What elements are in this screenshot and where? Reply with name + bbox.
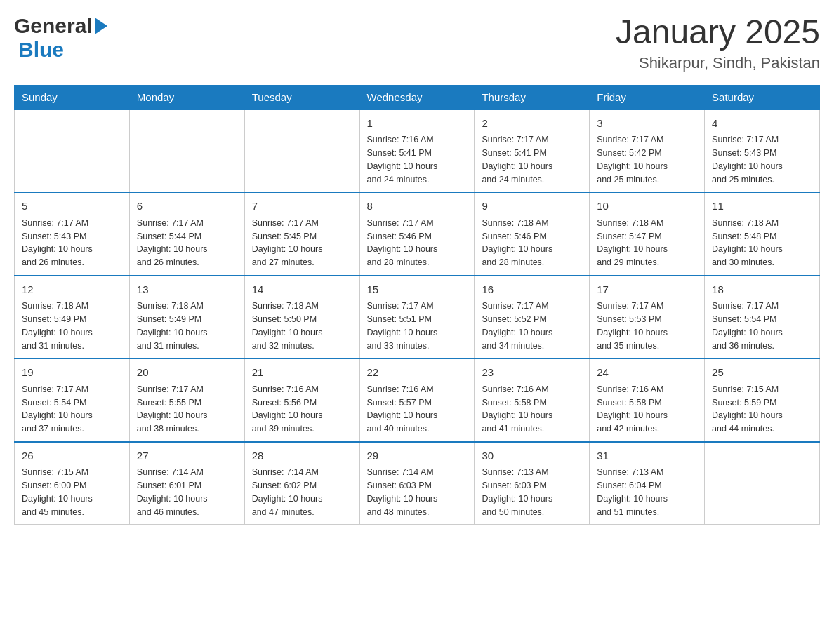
day-info: Sunrise: 7:17 AM Sunset: 5:42 PM Dayligh… bbox=[597, 133, 697, 186]
day-info: Sunrise: 7:17 AM Sunset: 5:53 PM Dayligh… bbox=[597, 300, 697, 352]
calendar-week-row: 26Sunrise: 7:15 AM Sunset: 6:00 PM Dayli… bbox=[15, 442, 820, 525]
calendar-table: SundayMondayTuesdayWednesdayThursdayFrid… bbox=[14, 85, 820, 525]
calendar-cell: 6Sunrise: 7:17 AM Sunset: 5:44 PM Daylig… bbox=[129, 192, 244, 276]
calendar-cell: 13Sunrise: 7:18 AM Sunset: 5:49 PM Dayli… bbox=[129, 276, 244, 359]
calendar-cell: 20Sunrise: 7:17 AM Sunset: 5:55 PM Dayli… bbox=[129, 358, 244, 442]
day-info: Sunrise: 7:15 AM Sunset: 6:00 PM Dayligh… bbox=[22, 466, 122, 518]
day-number: 20 bbox=[137, 365, 237, 381]
day-number: 16 bbox=[482, 282, 582, 298]
calendar-week-row: 19Sunrise: 7:17 AM Sunset: 5:54 PM Dayli… bbox=[15, 358, 820, 442]
calendar-cell: 2Sunrise: 7:17 AM Sunset: 5:41 PM Daylig… bbox=[475, 109, 590, 193]
day-number: 8 bbox=[367, 199, 468, 215]
day-info: Sunrise: 7:16 AM Sunset: 5:57 PM Dayligh… bbox=[367, 383, 468, 436]
calendar-cell: 15Sunrise: 7:17 AM Sunset: 5:51 PM Dayli… bbox=[359, 276, 475, 359]
calendar-cell: 26Sunrise: 7:15 AM Sunset: 6:00 PM Dayli… bbox=[15, 442, 130, 525]
day-info: Sunrise: 7:16 AM Sunset: 5:58 PM Dayligh… bbox=[482, 383, 582, 436]
day-number: 5 bbox=[22, 199, 122, 215]
calendar-cell: 4Sunrise: 7:17 AM Sunset: 5:43 PM Daylig… bbox=[705, 109, 820, 193]
calendar-cell: 10Sunrise: 7:18 AM Sunset: 5:47 PM Dayli… bbox=[590, 192, 705, 276]
page-header: General Blue January 2025 Shikarpur, Sin… bbox=[14, 14, 820, 72]
day-number: 15 bbox=[367, 282, 468, 298]
calendar-cell: 5Sunrise: 7:17 AM Sunset: 5:43 PM Daylig… bbox=[15, 192, 130, 276]
calendar-cell: 31Sunrise: 7:13 AM Sunset: 6:04 PM Dayli… bbox=[590, 442, 705, 525]
day-number: 4 bbox=[712, 116, 812, 132]
day-info: Sunrise: 7:17 AM Sunset: 5:41 PM Dayligh… bbox=[482, 133, 582, 186]
day-info: Sunrise: 7:18 AM Sunset: 5:47 PM Dayligh… bbox=[597, 217, 697, 269]
day-number: 3 bbox=[597, 116, 697, 132]
day-info: Sunrise: 7:16 AM Sunset: 5:41 PM Dayligh… bbox=[367, 133, 468, 186]
column-header-tuesday: Tuesday bbox=[244, 85, 359, 109]
calendar-cell: 17Sunrise: 7:17 AM Sunset: 5:53 PM Dayli… bbox=[590, 276, 705, 359]
calendar-cell bbox=[15, 109, 130, 193]
calendar-cell: 28Sunrise: 7:14 AM Sunset: 6:02 PM Dayli… bbox=[244, 442, 359, 525]
day-number: 13 bbox=[137, 282, 237, 298]
column-header-sunday: Sunday bbox=[15, 85, 130, 109]
day-info: Sunrise: 7:13 AM Sunset: 6:03 PM Dayligh… bbox=[482, 466, 582, 518]
calendar-cell: 30Sunrise: 7:13 AM Sunset: 6:03 PM Dayli… bbox=[475, 442, 590, 525]
day-info: Sunrise: 7:17 AM Sunset: 5:52 PM Dayligh… bbox=[482, 300, 582, 352]
day-number: 12 bbox=[22, 282, 122, 298]
title-section: January 2025 Shikarpur, Sindh, Pakistan bbox=[616, 14, 820, 72]
day-info: Sunrise: 7:17 AM Sunset: 5:45 PM Dayligh… bbox=[252, 217, 352, 269]
calendar-cell: 14Sunrise: 7:18 AM Sunset: 5:50 PM Dayli… bbox=[244, 276, 359, 359]
calendar-cell: 21Sunrise: 7:16 AM Sunset: 5:56 PM Dayli… bbox=[244, 358, 359, 442]
month-year-title: January 2025 bbox=[616, 14, 820, 51]
calendar-cell bbox=[705, 442, 820, 525]
day-number: 2 bbox=[482, 116, 582, 132]
day-number: 9 bbox=[482, 199, 582, 215]
calendar-cell: 23Sunrise: 7:16 AM Sunset: 5:58 PM Dayli… bbox=[475, 358, 590, 442]
day-info: Sunrise: 7:17 AM Sunset: 5:43 PM Dayligh… bbox=[712, 133, 812, 186]
day-number: 7 bbox=[252, 199, 352, 215]
day-number: 11 bbox=[712, 199, 812, 215]
day-info: Sunrise: 7:14 AM Sunset: 6:01 PM Dayligh… bbox=[137, 466, 237, 518]
column-header-saturday: Saturday bbox=[705, 85, 820, 109]
day-number: 17 bbox=[597, 282, 697, 298]
calendar-cell: 27Sunrise: 7:14 AM Sunset: 6:01 PM Dayli… bbox=[129, 442, 244, 525]
day-number: 25 bbox=[712, 365, 812, 381]
day-info: Sunrise: 7:17 AM Sunset: 5:51 PM Dayligh… bbox=[367, 300, 468, 352]
column-header-thursday: Thursday bbox=[475, 85, 590, 109]
day-number: 10 bbox=[597, 199, 697, 215]
calendar-cell: 12Sunrise: 7:18 AM Sunset: 5:49 PM Dayli… bbox=[15, 276, 130, 359]
calendar-cell: 16Sunrise: 7:17 AM Sunset: 5:52 PM Dayli… bbox=[475, 276, 590, 359]
logo-blue-text: Blue bbox=[18, 38, 64, 61]
day-info: Sunrise: 7:17 AM Sunset: 5:46 PM Dayligh… bbox=[367, 217, 468, 269]
day-number: 19 bbox=[22, 365, 122, 381]
column-header-friday: Friday bbox=[590, 85, 705, 109]
day-info: Sunrise: 7:18 AM Sunset: 5:49 PM Dayligh… bbox=[137, 300, 237, 352]
day-info: Sunrise: 7:18 AM Sunset: 5:48 PM Dayligh… bbox=[712, 217, 812, 269]
day-info: Sunrise: 7:15 AM Sunset: 5:59 PM Dayligh… bbox=[712, 383, 812, 436]
column-header-monday: Monday bbox=[129, 85, 244, 109]
day-info: Sunrise: 7:18 AM Sunset: 5:46 PM Dayligh… bbox=[482, 217, 582, 269]
calendar-cell: 7Sunrise: 7:17 AM Sunset: 5:45 PM Daylig… bbox=[244, 192, 359, 276]
calendar-cell: 18Sunrise: 7:17 AM Sunset: 5:54 PM Dayli… bbox=[705, 276, 820, 359]
calendar-cell: 22Sunrise: 7:16 AM Sunset: 5:57 PM Dayli… bbox=[359, 358, 475, 442]
day-info: Sunrise: 7:18 AM Sunset: 5:50 PM Dayligh… bbox=[252, 300, 352, 352]
calendar-week-row: 5Sunrise: 7:17 AM Sunset: 5:43 PM Daylig… bbox=[15, 192, 820, 276]
day-number: 26 bbox=[22, 448, 122, 464]
calendar-week-row: 1Sunrise: 7:16 AM Sunset: 5:41 PM Daylig… bbox=[15, 109, 820, 193]
column-header-wednesday: Wednesday bbox=[359, 85, 475, 109]
calendar-cell: 19Sunrise: 7:17 AM Sunset: 5:54 PM Dayli… bbox=[15, 358, 130, 442]
day-info: Sunrise: 7:17 AM Sunset: 5:55 PM Dayligh… bbox=[137, 383, 237, 436]
calendar-cell bbox=[129, 109, 244, 193]
calendar-cell: 11Sunrise: 7:18 AM Sunset: 5:48 PM Dayli… bbox=[705, 192, 820, 276]
calendar-week-row: 12Sunrise: 7:18 AM Sunset: 5:49 PM Dayli… bbox=[15, 276, 820, 359]
calendar-cell: 3Sunrise: 7:17 AM Sunset: 5:42 PM Daylig… bbox=[590, 109, 705, 193]
day-info: Sunrise: 7:17 AM Sunset: 5:43 PM Dayligh… bbox=[22, 217, 122, 269]
day-number: 24 bbox=[597, 365, 697, 381]
day-number: 14 bbox=[252, 282, 352, 298]
calendar-cell: 1Sunrise: 7:16 AM Sunset: 5:41 PM Daylig… bbox=[359, 109, 475, 193]
day-info: Sunrise: 7:16 AM Sunset: 5:56 PM Dayligh… bbox=[252, 383, 352, 436]
day-number: 6 bbox=[137, 199, 237, 215]
day-number: 1 bbox=[367, 116, 468, 132]
day-info: Sunrise: 7:14 AM Sunset: 6:03 PM Dayligh… bbox=[367, 466, 468, 518]
calendar-cell: 24Sunrise: 7:16 AM Sunset: 5:58 PM Dayli… bbox=[590, 358, 705, 442]
calendar-cell: 9Sunrise: 7:18 AM Sunset: 5:46 PM Daylig… bbox=[475, 192, 590, 276]
day-info: Sunrise: 7:17 AM Sunset: 5:54 PM Dayligh… bbox=[22, 383, 122, 436]
day-info: Sunrise: 7:17 AM Sunset: 5:54 PM Dayligh… bbox=[712, 300, 812, 352]
calendar-cell: 29Sunrise: 7:14 AM Sunset: 6:03 PM Dayli… bbox=[359, 442, 475, 525]
day-number: 22 bbox=[367, 365, 468, 381]
day-number: 31 bbox=[597, 448, 697, 464]
day-number: 30 bbox=[482, 448, 582, 464]
